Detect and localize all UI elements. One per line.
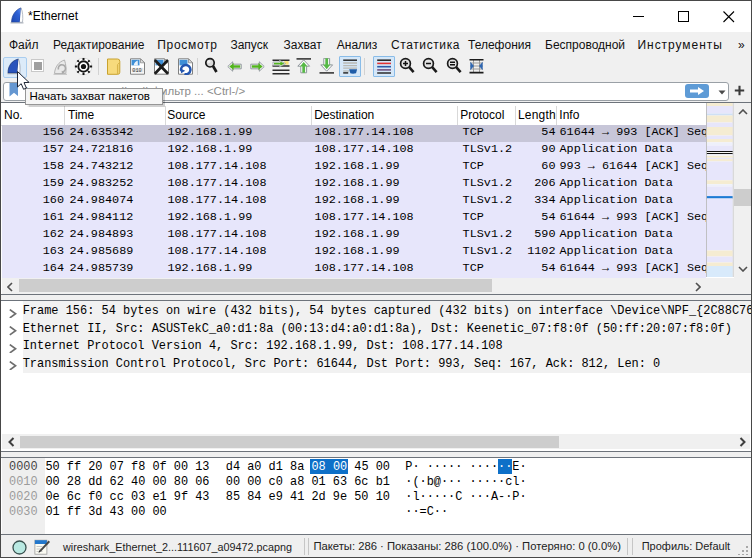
- svg-text:010: 010: [132, 67, 141, 73]
